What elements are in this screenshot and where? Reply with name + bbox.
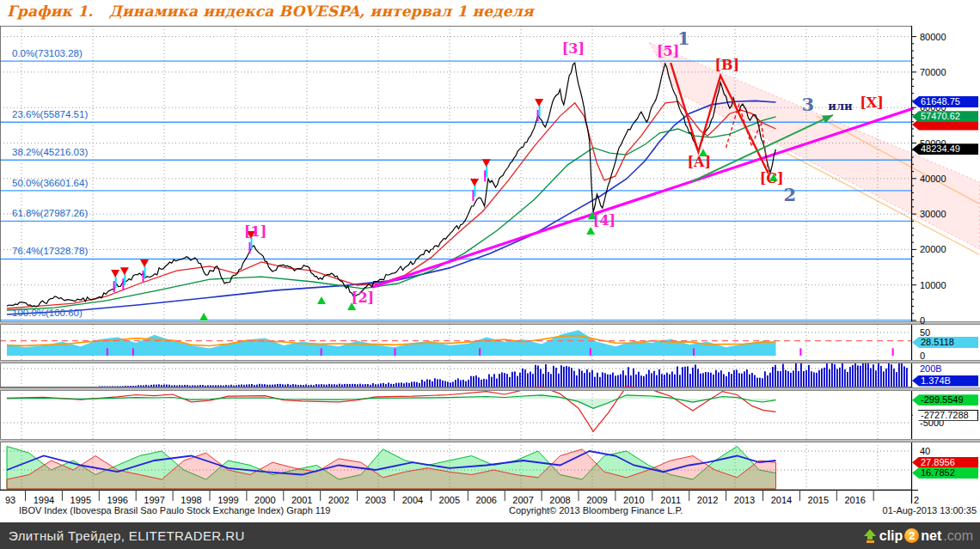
volume-bar xyxy=(906,368,908,387)
volume-bar xyxy=(416,382,418,387)
volume-bar xyxy=(733,370,735,387)
volume-bar xyxy=(545,364,547,387)
volume-bar xyxy=(434,378,436,387)
volume-bar xyxy=(277,384,279,387)
volume-bar xyxy=(537,365,539,387)
fibonacci-label: 100.0%(100.60) xyxy=(12,308,83,318)
volume-bar xyxy=(460,381,462,387)
fibonacci-label: 38.2%(45216.03) xyxy=(12,148,88,158)
volume-bar xyxy=(295,384,297,387)
fibonacci-label: 76.4%(17328.78) xyxy=(12,247,88,257)
volume-axis-tick: 200B xyxy=(920,364,942,374)
volume-bar xyxy=(808,365,810,387)
volume-bar xyxy=(514,371,516,387)
volume-bar xyxy=(726,376,727,387)
macd-value-tag: -2727.7288 xyxy=(912,410,978,421)
year-label: 2008 xyxy=(549,496,570,505)
bar-highlight-cyan xyxy=(474,186,475,197)
year-label: 1994 xyxy=(34,496,54,505)
volume-bar xyxy=(279,384,281,387)
volume-bar xyxy=(754,375,756,387)
price-axis-tick: 10000 xyxy=(920,280,946,290)
volume-bar xyxy=(210,385,211,387)
volume-bar xyxy=(432,381,433,387)
volume-bar xyxy=(777,371,779,387)
logo-two-badge: 2 xyxy=(904,528,919,543)
volume-bar xyxy=(166,385,168,387)
copyright-caption: Copyright© 2013 Bloomberg Finance L.P. xyxy=(509,506,683,515)
volume-bar xyxy=(793,370,794,387)
volume-bar xyxy=(344,384,346,387)
bar-highlight-magenta xyxy=(143,271,144,282)
year-label: 2001 xyxy=(291,496,312,505)
volume-bar xyxy=(452,381,454,387)
volume-bar xyxy=(607,375,609,387)
volume-bar xyxy=(419,383,420,387)
wave-label: [A] xyxy=(687,156,711,169)
year-label: 2004 xyxy=(402,496,423,505)
volume-bar xyxy=(813,372,815,387)
volume-bar xyxy=(684,367,686,387)
volume-bar xyxy=(511,372,513,387)
volume-bar xyxy=(233,386,235,387)
volume-bar xyxy=(775,365,776,387)
volume-bar xyxy=(873,364,874,387)
volume-bar xyxy=(713,375,714,387)
volume-bar xyxy=(824,368,825,387)
volume-bar xyxy=(891,364,892,387)
dmi-value-tag: 16.7852 xyxy=(912,467,978,479)
volume-bar xyxy=(609,375,611,387)
volume-bar xyxy=(579,369,580,387)
volume-bar xyxy=(122,386,124,387)
volume-bar xyxy=(457,378,459,387)
volume-bar xyxy=(604,373,606,387)
year-label: 2002 xyxy=(328,496,349,505)
wave-label: или xyxy=(828,101,852,112)
volume-bar xyxy=(506,374,508,387)
volume-bar xyxy=(692,368,694,387)
sell-marker-icon xyxy=(482,159,491,167)
volume-bar xyxy=(310,385,312,387)
year-label: 2006 xyxy=(475,496,496,505)
macd-red-line xyxy=(7,387,776,431)
volume-bar xyxy=(669,375,671,387)
volume-bar xyxy=(496,379,498,387)
volume-bar xyxy=(228,385,230,387)
volume-bar xyxy=(674,375,676,387)
volume-bar xyxy=(689,374,691,387)
volume-bar xyxy=(586,369,588,387)
volume-bar xyxy=(720,370,722,387)
volume-bar xyxy=(308,385,309,387)
volume-bar xyxy=(238,385,240,387)
volume-bar xyxy=(903,366,905,387)
volume-bar xyxy=(715,370,717,387)
volume-bar xyxy=(161,385,162,387)
volume-bar xyxy=(388,382,389,387)
volume-bar xyxy=(364,384,366,387)
volume-bar xyxy=(130,386,132,387)
volume-bar xyxy=(189,386,191,387)
volume-bar xyxy=(635,375,637,387)
volume-bar xyxy=(127,386,129,387)
bar-highlight-magenta xyxy=(537,110,539,121)
volume-bar xyxy=(282,384,284,387)
volume-bar xyxy=(393,384,395,387)
volume-bar xyxy=(326,385,328,387)
volume-bar xyxy=(550,374,552,387)
volume-bar xyxy=(135,386,137,387)
volume-bar xyxy=(107,387,108,387)
clip2net-logo: clip 2 net .com xyxy=(862,522,973,549)
volume-bar xyxy=(248,384,250,387)
volume-bar xyxy=(462,380,464,387)
volume-bar xyxy=(408,383,410,387)
volume-bar xyxy=(599,377,601,387)
volume-bar xyxy=(671,372,673,387)
volume-bar xyxy=(898,361,900,387)
volume-bar xyxy=(125,386,126,387)
volume-bar xyxy=(207,385,209,387)
bar-highlight-cyan xyxy=(539,106,541,117)
volume-bar xyxy=(411,381,413,387)
volume-bar xyxy=(560,365,562,387)
volume-bar xyxy=(723,374,725,387)
volume-bar xyxy=(101,386,103,387)
